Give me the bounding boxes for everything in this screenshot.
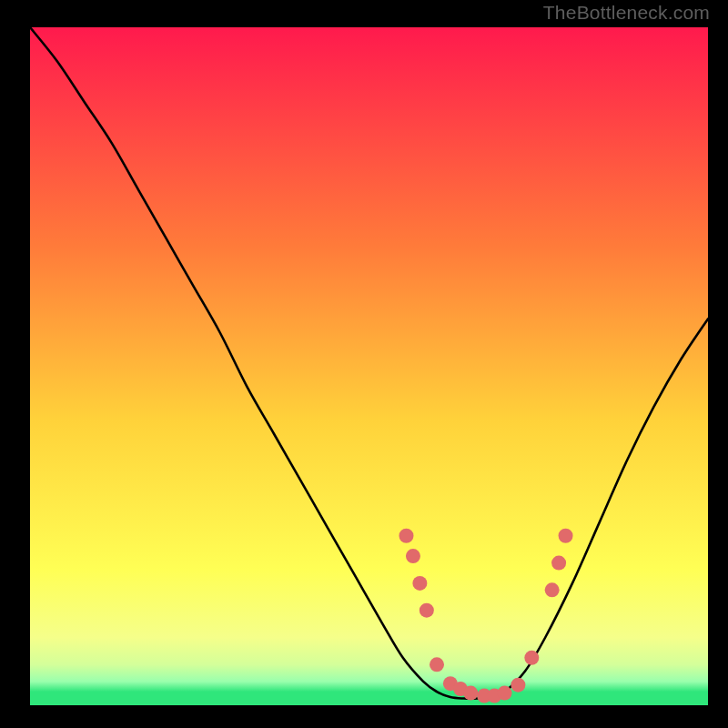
highlight-dot [463, 686, 478, 701]
chart-frame: TheBottleneck.com [0, 0, 728, 728]
highlight-dot [551, 556, 566, 571]
highlight-dot [399, 529, 413, 543]
plot-area [30, 27, 708, 705]
highlight-dot [559, 529, 573, 543]
highlight-dot [498, 686, 512, 701]
highlight-dot [430, 657, 444, 672]
gradient-background [30, 27, 708, 705]
highlight-dot [545, 582, 560, 597]
highlight-dot [420, 603, 434, 618]
highlight-dot [406, 549, 420, 563]
highlight-dot [511, 678, 525, 693]
highlight-dot [412, 576, 427, 591]
chart-svg [30, 27, 708, 705]
watermark-text: TheBottleneck.com [543, 2, 710, 24]
highlight-dot [524, 651, 539, 665]
